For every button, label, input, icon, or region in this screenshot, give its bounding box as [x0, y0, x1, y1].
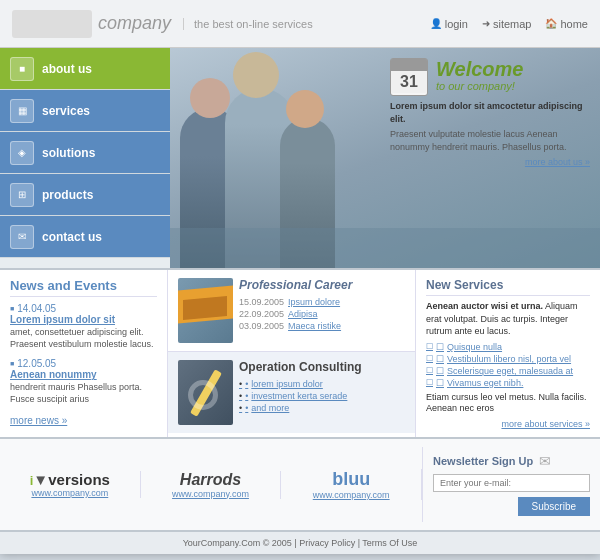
- partner-iversions-url[interactable]: www.company.com: [10, 488, 130, 498]
- career-item-1: 15.09.2005 Ipsum dolore: [239, 297, 352, 307]
- contact-icon: ✉: [10, 225, 34, 249]
- welcome-box: 31 Welcome to our company! Lorem ipsum d…: [390, 58, 590, 167]
- new-services-intro: Aenean auctor wisi et urna. Aliquam erat…: [426, 300, 590, 338]
- logo-placeholder: [12, 10, 92, 38]
- more-about-link[interactable]: more about us »: [390, 157, 590, 167]
- newsletter-section: Newsletter Sign Up ✉ Subscribe: [422, 447, 600, 522]
- sidebar-item-products[interactable]: ⊞ products: [0, 174, 170, 216]
- partner-iversions-name: i▼versions: [10, 471, 130, 488]
- new-services-title: New Services: [426, 278, 590, 296]
- bottom-columns: News and Events 14.04.05 Lorem ipsum dol…: [0, 268, 600, 437]
- welcome-title: Welcome: [436, 58, 523, 80]
- logo-text: company: [98, 13, 171, 34]
- svc-footer-text: Etiam cursus leo vel metus. Nulla facili…: [426, 392, 590, 415]
- news-headline-2[interactable]: Aenean nonummy: [10, 369, 157, 380]
- consult-item-3[interactable]: •and more: [239, 403, 362, 413]
- svc-link-3[interactable]: ☐ Scelerisque eget, malesuada at: [426, 366, 590, 376]
- news-date-1: 14.04.05: [10, 303, 157, 314]
- sidebar-item-services[interactable]: ▦ services: [0, 90, 170, 132]
- svc-link-1[interactable]: ☐ Quisque nulla: [426, 342, 590, 352]
- solutions-label: solutions: [42, 146, 95, 160]
- middle-section: Professional Career 15.09.2005 Ipsum dol…: [168, 270, 415, 437]
- career-title: Professional Career: [239, 278, 352, 292]
- welcome-subtitle: to our company!: [436, 80, 523, 92]
- mail-icon: ✉: [539, 453, 551, 469]
- calendar-icon: 31: [390, 58, 428, 96]
- sidebar: ■ about us ▦ services ◈ solutions ⊞ prod…: [0, 48, 170, 268]
- news-section: News and Events 14.04.05 Lorem ipsum dol…: [0, 270, 168, 437]
- svc-link-2[interactable]: ☐ Vestibulum libero nisl, porta vel: [426, 354, 590, 364]
- home-icon: 🏠: [545, 18, 557, 29]
- welcome-detail: Praesent vulputate molestie lacus Aenean…: [390, 128, 590, 153]
- career-link-1[interactable]: Ipsum dolore: [288, 297, 340, 307]
- tagline: the best on-line services: [183, 18, 313, 30]
- career-link-2[interactable]: Adipisa: [288, 309, 318, 319]
- news-body-2: hendrerit mauris Phasellus porta. Fusce …: [10, 382, 157, 405]
- partner-bluu-name: bluu: [291, 469, 411, 490]
- consult-image: [178, 360, 233, 425]
- email-input[interactable]: [433, 474, 590, 492]
- news-date-2: 12.05.05: [10, 358, 157, 369]
- operation-consulting: Operation Consulting •lorem ipsum dolor …: [168, 352, 415, 433]
- career-item-3: 03.09.2005 Maeca ristike: [239, 321, 352, 331]
- consult-title: Operation Consulting: [239, 360, 362, 374]
- header-nav: 👤 login ➜ sitemap 🏠 home: [430, 18, 588, 30]
- partner-bluu: bluu www.company.com: [281, 469, 422, 500]
- login-link[interactable]: 👤 login: [430, 18, 468, 30]
- hero-banner: 31 Welcome to our company! Lorem ipsum d…: [170, 48, 600, 268]
- arrow-icon: ➜: [482, 18, 490, 29]
- svc-link-4[interactable]: ☐ Vivamus eget nibh.: [426, 378, 590, 388]
- partner-bluu-url[interactable]: www.company.com: [291, 490, 411, 500]
- services-icon: ▦: [10, 99, 34, 123]
- services-label: services: [42, 104, 90, 118]
- contact-label: contact us: [42, 230, 102, 244]
- career-item-2: 22.09.2005 Adipisa: [239, 309, 352, 319]
- partner-harrods-url[interactable]: www.company.com: [151, 489, 271, 499]
- consult-content: Operation Consulting •lorem ipsum dolor …: [239, 360, 362, 425]
- subscribe-button[interactable]: Subscribe: [518, 497, 590, 516]
- sitemap-link[interactable]: ➜ sitemap: [482, 18, 532, 30]
- about-icon: ■: [10, 57, 34, 81]
- partner-harrods: Harrods www.company.com: [141, 471, 282, 499]
- news-title: News and Events: [10, 278, 157, 297]
- home-link[interactable]: 🏠 home: [545, 18, 588, 30]
- career-content: Professional Career 15.09.2005 Ipsum dol…: [239, 278, 352, 343]
- newsletter-title: Newsletter Sign Up: [433, 455, 533, 467]
- career-link-3[interactable]: Maeca ristike: [288, 321, 341, 331]
- footer: YourCompany.Com © 2005 | Privacy Policy …: [0, 530, 600, 554]
- cal-icon: 31 Welcome to our company!: [390, 58, 590, 96]
- new-services-section: New Services Aenean auctor wisi et urna.…: [415, 270, 600, 437]
- partners-row: i▼versions www.company.com Harrods www.c…: [0, 437, 600, 530]
- more-news-link[interactable]: more news »: [10, 415, 67, 426]
- logo-area: company the best on-line services: [12, 10, 430, 38]
- header: company the best on-line services 👤 logi…: [0, 0, 600, 48]
- consult-item-1[interactable]: •lorem ipsum dolor: [239, 379, 362, 389]
- partner-iversions: i▼versions www.company.com: [0, 471, 141, 498]
- person-icon: 👤: [430, 18, 442, 29]
- professional-career: Professional Career 15.09.2005 Ipsum dol…: [168, 270, 415, 352]
- sidebar-item-contact[interactable]: ✉ contact us: [0, 216, 170, 258]
- sidebar-item-about[interactable]: ■ about us: [0, 48, 170, 90]
- news-body-1: amet, consettetuer adipiscing elit. Prae…: [10, 327, 157, 350]
- solutions-icon: ◈: [10, 141, 34, 165]
- news-item-2: 12.05.05 Aenean nonummy hendrerit mauris…: [10, 358, 157, 405]
- main-area: ■ about us ▦ services ◈ solutions ⊞ prod…: [0, 48, 600, 268]
- more-services-link[interactable]: more about services »: [426, 419, 590, 429]
- news-headline-1[interactable]: Lorem ipsum dolor sit: [10, 314, 157, 325]
- partner-harrods-name: Harrods: [151, 471, 271, 489]
- consult-item-2[interactable]: •investment kerta serade: [239, 391, 362, 401]
- sidebar-item-solutions[interactable]: ◈ solutions: [0, 132, 170, 174]
- news-item-1: 14.04.05 Lorem ipsum dolor sit amet, con…: [10, 303, 157, 350]
- career-image: [178, 278, 233, 343]
- products-icon: ⊞: [10, 183, 34, 207]
- products-label: products: [42, 188, 93, 202]
- about-label: about us: [42, 62, 92, 76]
- welcome-body: Lorem ipsum dolor sit amcoctetur adipisc…: [390, 100, 590, 125]
